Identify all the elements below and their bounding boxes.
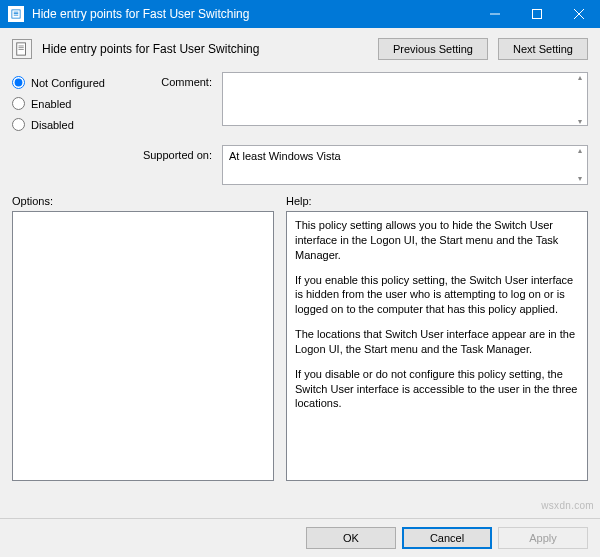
policy-icon: [12, 39, 32, 59]
help-text-p2: If you enable this policy setting, the S…: [295, 273, 579, 318]
help-panel: This policy setting allows you to hide t…: [286, 211, 588, 481]
cancel-button[interactable]: Cancel: [402, 527, 492, 549]
state-radio-group: Not Configured Enabled Disabled: [12, 72, 124, 139]
ok-button[interactable]: OK: [306, 527, 396, 549]
svg-rect-12: [19, 49, 24, 50]
radio-disabled[interactable]: Disabled: [12, 118, 124, 131]
maximize-button[interactable]: [516, 0, 558, 28]
supported-on-field: At least Windows Vista: [222, 145, 588, 185]
radio-enabled[interactable]: Enabled: [12, 97, 124, 110]
page-title: Hide entry points for Fast User Switchin…: [42, 42, 368, 56]
header-row: Hide entry points for Fast User Switchin…: [0, 28, 600, 68]
radio-not-configured-input[interactable]: [12, 76, 25, 89]
window-title: Hide entry points for Fast User Switchin…: [32, 7, 474, 21]
footer: OK Cancel Apply: [0, 518, 600, 557]
titlebar: Hide entry points for Fast User Switchin…: [0, 0, 600, 28]
svg-rect-10: [19, 46, 24, 47]
next-setting-button[interactable]: Next Setting: [498, 38, 588, 60]
watermark: wsxdn.com: [541, 500, 594, 511]
close-button[interactable]: [558, 0, 600, 28]
svg-rect-4: [14, 15, 19, 16]
radio-enabled-input[interactable]: [12, 97, 25, 110]
svg-rect-2: [14, 12, 19, 13]
supported-scrollbar[interactable]: ▴ ▾: [573, 146, 587, 184]
svg-rect-3: [14, 13, 19, 14]
scroll-up-icon[interactable]: ▴: [573, 73, 587, 83]
minimize-button[interactable]: [474, 0, 516, 28]
scroll-down-icon[interactable]: ▾: [573, 174, 587, 184]
comment-label: Comment:: [134, 76, 212, 88]
help-label: Help:: [286, 195, 588, 207]
scroll-up-icon[interactable]: ▴: [573, 146, 587, 156]
svg-rect-11: [19, 47, 24, 48]
comment-input[interactable]: [222, 72, 588, 126]
options-panel: [12, 211, 274, 481]
comment-scrollbar[interactable]: ▴ ▾: [573, 73, 587, 127]
svg-rect-6: [533, 10, 542, 19]
scroll-down-icon[interactable]: ▾: [573, 117, 587, 127]
radio-enabled-label: Enabled: [31, 98, 71, 110]
radio-disabled-label: Disabled: [31, 119, 74, 131]
supported-on-label: Supported on:: [134, 149, 212, 161]
radio-disabled-input[interactable]: [12, 118, 25, 131]
apply-button[interactable]: Apply: [498, 527, 588, 549]
help-text-p1: This policy setting allows you to hide t…: [295, 218, 579, 263]
radio-not-configured-label: Not Configured: [31, 77, 105, 89]
radio-not-configured[interactable]: Not Configured: [12, 76, 124, 89]
options-label: Options:: [12, 195, 274, 207]
help-text-p4: If you disable or do not configure this …: [295, 367, 579, 412]
app-icon: [8, 6, 24, 22]
help-text-p3: The locations that Switch User interface…: [295, 327, 579, 357]
previous-setting-button[interactable]: Previous Setting: [378, 38, 488, 60]
supported-on-value: At least Windows Vista: [229, 150, 341, 162]
